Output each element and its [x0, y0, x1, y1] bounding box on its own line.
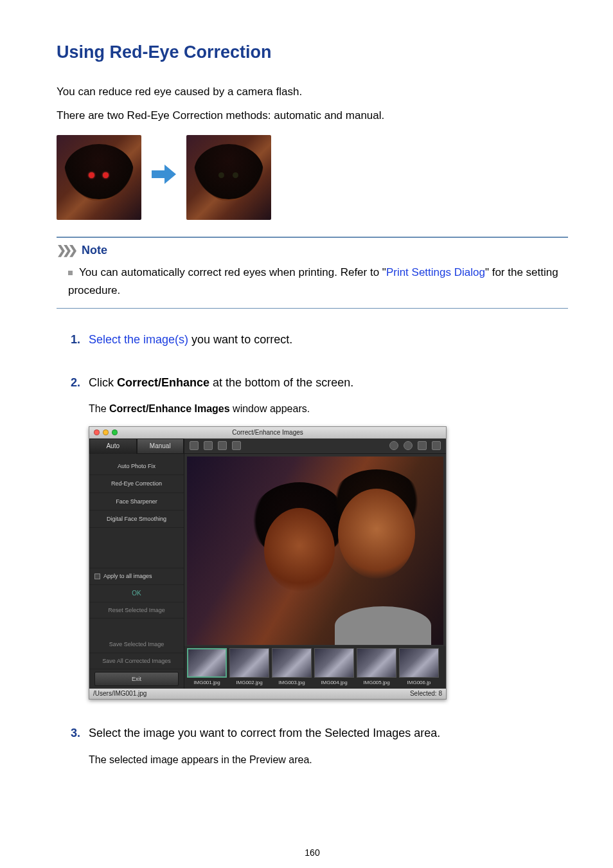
thumbnail[interactable]: IMG002.jpg — [229, 648, 269, 687]
step-2-sub-bold: Correct/Enhance Images — [109, 403, 230, 414]
checkbox-icon — [94, 574, 100, 579]
crop-icon[interactable] — [232, 441, 241, 450]
step-3-sub: The selected image appears in the Previe… — [89, 752, 568, 768]
preview-area — [187, 457, 443, 645]
bullet-icon — [68, 271, 73, 275]
arrow-icon — [149, 159, 179, 194]
thumbnail[interactable]: IMG005.jpg — [357, 648, 396, 687]
select-images-link[interactable]: Select the image(s) — [89, 333, 188, 346]
thumbnail[interactable]: IMG003.jpg — [272, 648, 312, 687]
page-number: 160 — [57, 845, 568, 860]
note-box: ❯❯❯ Note You can automatically correct r… — [57, 237, 568, 309]
note-chevrons-icon: ❯❯❯ — [57, 241, 74, 260]
flip-icon[interactable] — [218, 441, 227, 450]
ok-button[interactable]: OK — [89, 585, 184, 602]
note-body: You can automatically correct red eyes w… — [57, 261, 568, 307]
step-2: Click Correct/Enhance at the bottom of t… — [71, 374, 568, 700]
step-2-bold: Correct/Enhance — [117, 376, 209, 389]
rotate-right-icon[interactable] — [204, 441, 213, 450]
note-text-before: You can automatically correct red eyes w… — [79, 266, 386, 278]
svg-marker-0 — [152, 165, 176, 184]
step-2-sub-a: The — [89, 403, 109, 414]
toolbar — [184, 439, 446, 454]
correct-enhance-window: Correct/Enhance Images Auto Manual Auto … — [89, 426, 447, 700]
status-path: /Users/IMG001.jpg — [93, 689, 147, 699]
apply-to-all-checkbox[interactable]: Apply to all images — [89, 568, 184, 584]
save-all-corrected-images-button[interactable]: Save All Corrected Images — [89, 653, 184, 669]
window-title: Correct/Enhance Images — [89, 428, 446, 438]
sidebar-item-face-sharpener[interactable]: Face Sharpener — [89, 493, 184, 511]
intro-paragraph-1: You can reduce red eye caused by a camer… — [57, 83, 568, 100]
step-1-rest: you want to correct. — [188, 333, 292, 346]
zoom-in-icon[interactable] — [389, 441, 398, 450]
sidebar-item-auto-photo-fix[interactable]: Auto Photo Fix — [89, 458, 184, 475]
apply-to-all-label: Apply to all images — [103, 572, 152, 581]
step-3-text: Select the image you want to correct fro… — [89, 727, 440, 739]
step-2-text-a: Click — [89, 376, 117, 389]
titlebar: Correct/Enhance Images — [89, 427, 446, 439]
status-selected: Selected: 8 — [410, 689, 442, 699]
before-image — [57, 135, 141, 220]
thumbnail[interactable]: IMG006.jp — [399, 648, 439, 687]
compare-icon[interactable] — [432, 441, 441, 450]
print-settings-dialog-link[interactable]: Print Settings Dialog — [386, 266, 485, 278]
tab-manual[interactable]: Manual — [137, 439, 184, 454]
step-1: Select the image(s) you want to correct. — [71, 330, 568, 349]
step-2-sub-b: window appears. — [230, 403, 310, 414]
rotate-left-icon[interactable] — [190, 441, 199, 450]
main-area: IMG001.jpg IMG002.jpg IMG003.jpg IMG004.… — [184, 439, 446, 689]
sidebar-item-digital-face-smoothing[interactable]: Digital Face Smoothing — [89, 511, 184, 528]
intro-paragraph-2: There are two Red-Eye Correction methods… — [57, 107, 568, 124]
fit-icon[interactable] — [418, 441, 427, 450]
thumbnail[interactable]: IMG004.jpg — [314, 648, 354, 687]
statusbar: /Users/IMG001.jpg Selected: 8 — [89, 689, 446, 699]
reset-selected-image-button[interactable]: Reset Selected Image — [89, 602, 184, 619]
sidebar: Auto Manual Auto Photo Fix Red-Eye Corre… — [89, 439, 184, 689]
zoom-out-icon[interactable] — [404, 441, 413, 450]
step-2-text-b: at the bottom of the screen. — [209, 376, 353, 389]
step-3: Select the image you want to correct fro… — [71, 724, 568, 768]
before-after-figure — [57, 135, 568, 220]
page-title: Using Red-Eye Correction — [57, 39, 568, 66]
selected-images-area: IMG001.jpg IMG002.jpg IMG003.jpg IMG004.… — [184, 646, 446, 689]
save-selected-image-button[interactable]: Save Selected Image — [89, 637, 184, 653]
after-image — [186, 135, 271, 220]
tab-auto[interactable]: Auto — [89, 439, 137, 454]
thumbnail[interactable]: IMG001.jpg — [187, 648, 227, 687]
sidebar-item-red-eye-correction[interactable]: Red-Eye Correction — [89, 475, 184, 493]
note-label: Note — [78, 241, 107, 260]
exit-button[interactable]: Exit — [94, 672, 179, 686]
